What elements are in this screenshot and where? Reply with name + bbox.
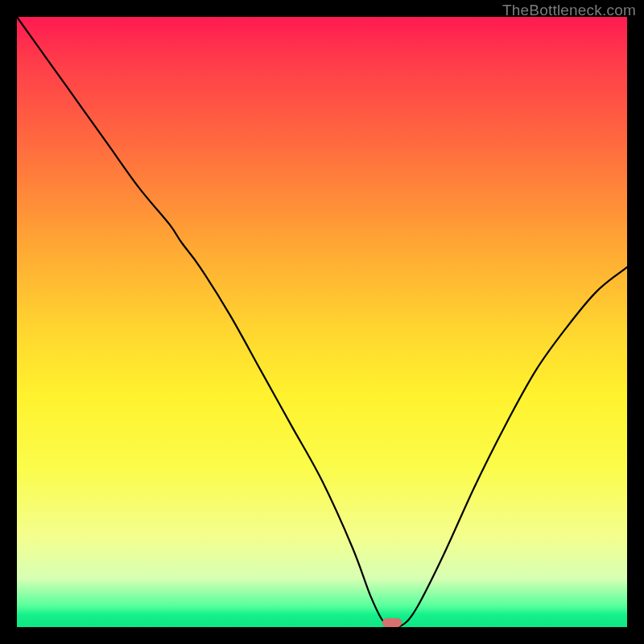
bottleneck-curve bbox=[17, 17, 627, 627]
curve-svg bbox=[17, 17, 627, 627]
optimal-marker bbox=[382, 618, 402, 627]
chart-frame: TheBottleneck.com bbox=[0, 0, 644, 644]
plot-area bbox=[17, 17, 627, 627]
